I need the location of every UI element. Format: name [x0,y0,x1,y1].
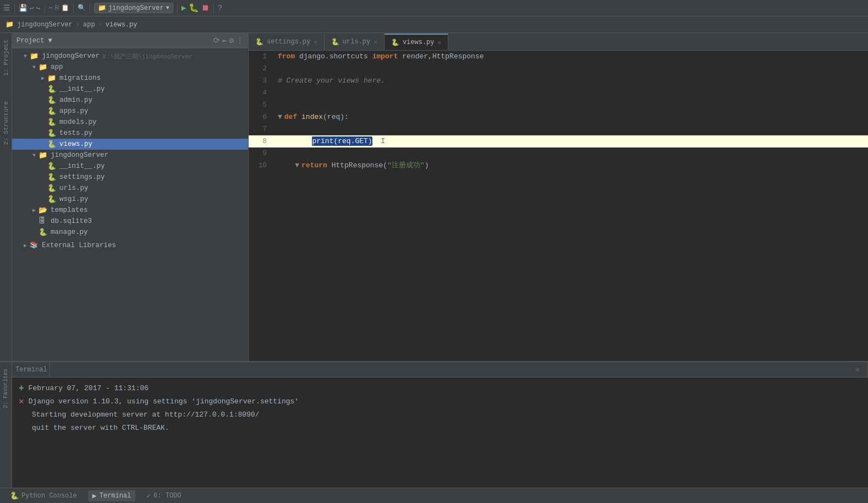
app-arrow[interactable]: ▼ [30,64,39,70]
tree-apps-py[interactable]: 🐍 apps.py [12,106,248,117]
root-arrow[interactable]: ▼ [21,53,30,59]
menu-icon[interactable]: ☰ [3,3,10,13]
line-3: 3 # Create your views here. [249,75,868,87]
status-tab-todo[interactable]: ✓ 6: TODO [142,490,185,501]
tree-views-py[interactable]: 🐍 views.py [12,139,248,150]
top-toolbar: ☰ 💾 ↩ ↪ ✂ ⎘ 📋 🔍 📁 jingdongServer ▼ ▶ 🐛 ⏹… [0,0,868,17]
sidebar-tab-structure[interactable]: 2: Structure [2,97,10,149]
tree-urls-py[interactable]: 🐍 urls.py [12,183,248,194]
line-8: 8 print(req.GET) I [249,135,868,147]
line-10: 10 ▼return HttpResponse("注册成功") [249,160,868,172]
line-num-7: 7 [249,123,273,135]
line-num-6: 6 [249,111,273,123]
apps-label: apps.py [59,107,89,115]
line-code-8[interactable]: print(req.GET) I [273,135,868,147]
migrations-folder-icon: 📁 [47,74,57,83]
tree-init-py[interactable]: 🐍 __init__.py [12,84,248,95]
init-icon: 🐍 [47,85,57,94]
expand-icon[interactable]: ⋮ [236,36,244,45]
models-label: models.py [59,118,97,126]
copy-icon[interactable]: ⎘ [55,4,59,12]
undo-icon[interactable]: ↩ [30,4,34,13]
paste-icon[interactable]: 📋 [61,4,69,12]
bottom-close-btn[interactable]: ✕ [848,362,868,378]
settings-label: settings.py [59,173,105,181]
views-tab-close[interactable]: ✕ [438,39,442,46]
favorites-tab[interactable]: 2: Favorites [2,364,10,413]
code-content[interactable]: 1 from django.shortcuts import render,Ht… [249,51,868,361]
todo-label: 6: TODO [153,492,181,500]
terminal-content[interactable]: + February 07, 2017 - 11:31:06 ✕ Django … [12,378,868,488]
line-7: 7 [249,123,868,135]
redo-icon[interactable]: ↪ [36,4,41,13]
tree-db-sqlite3[interactable]: 🗄 db.sqlite3 [12,216,248,227]
project-combo[interactable]: 📁 jingdongServer ▼ [94,3,173,13]
jdserver-arrow[interactable]: ▼ [30,152,39,158]
line-code-6[interactable]: ▼def index(req): [273,111,868,123]
stop-icon[interactable]: ⏹ [201,3,210,13]
breadcrumb-project[interactable]: 📁 [6,20,14,29]
line-code-7[interactable] [273,123,868,135]
combo-label: jingdongServer [108,4,164,12]
collapse-icon[interactable]: ⇤ [222,36,227,45]
search-icon[interactable]: 🔍 [78,4,86,12]
breadcrumb-file[interactable]: views.py [106,21,138,29]
save-icon[interactable]: 💾 [19,4,28,13]
line-code-5[interactable] [273,99,868,111]
terminal-label: Terminal [100,492,131,500]
tree-jd-init-py[interactable]: 🐍 __init__.py [12,161,248,172]
tree-manage-py[interactable]: 🐍 manage.py [12,227,248,238]
tree-settings-py[interactable]: 🐍 settings.py [12,172,248,183]
debug-icon[interactable]: 🐛 [189,3,199,13]
cut-icon[interactable]: ✂ [49,4,53,12]
line-num-2: 2 [249,63,273,75]
line-code-2[interactable] [273,63,868,75]
tree-models-py[interactable]: 🐍 models.py [12,117,248,128]
settings-tab-close[interactable]: ✕ [314,39,317,46]
migrations-arrow[interactable]: ▶ [39,75,47,81]
status-tab-python-console[interactable]: 🐍 Python Console [6,490,81,501]
sidebar-tab-project[interactable]: 1: Project [2,35,10,80]
manage-label: manage.py [51,228,88,236]
plus-icon-1: + [19,382,24,395]
settings-icon[interactable]: ⚙ [229,36,234,45]
terminal-text-1: February 07, 2017 - 11:31:06 [29,382,149,395]
line-code-10[interactable]: ▼return HttpResponse("注册成功") [273,160,868,172]
tree-tests-py[interactable]: 🐍 tests.py [12,128,248,139]
tree-root[interactable]: ▼ 📁 jingdongServer E:\脱产三期\jingdongServe… [12,51,248,62]
tree-external-libs[interactable]: ▶ 📚 External Libraries [12,240,248,251]
tree-migrations[interactable]: ▶ 📁 migrations [12,73,248,84]
status-tab-terminal[interactable]: ▶ Terminal [88,490,135,501]
tests-icon: 🐍 [47,129,57,138]
settings-tab-icon: 🐍 [255,38,263,46]
templates-label: templates [51,206,88,214]
bottom-tab-bar: Terminal ✕ [12,362,868,378]
root-folder-icon: 📁 [30,52,40,61]
line-num-5: 5 [249,99,273,111]
panel-header-icons: ⟳ ⇤ ⚙ ⋮ [213,36,244,45]
line-code-1[interactable]: from django.shortcuts import render,Http… [273,51,868,63]
sync-icon[interactable]: ⟳ [213,36,220,45]
breadcrumb-sep-1: › [76,21,80,29]
terminal-text-3: Starting development server at http://12… [32,408,259,422]
line-code-9[interactable] [273,147,868,160]
breadcrumb-project-name[interactable]: jingdongServer [17,21,73,29]
line-code-4[interactable] [273,87,868,99]
tree-admin-py[interactable]: 🐍 admin.py [12,95,248,106]
urls-tab-close[interactable]: ✕ [373,39,377,46]
views-label: views.py [59,140,92,148]
tab-views[interactable]: 🐍 views.py ✕ [384,34,448,50]
x-icon-1: ✕ [19,395,24,408]
breadcrumb-app[interactable]: app [83,21,95,29]
line-num-1: 1 [249,51,273,63]
run-icon[interactable]: ▶ [182,3,186,13]
tab-settings[interactable]: 🐍 settings.py ✕ [249,34,325,50]
tab-urls[interactable]: 🐍 urls.py ✕ [325,34,384,50]
help-icon[interactable]: ? [218,4,222,13]
tree-jdserver-folder[interactable]: ▼ 📁 jingdongServer [12,150,248,161]
line-code-3[interactable]: # Create your views here. [273,75,868,87]
tree-app-folder[interactable]: ▼ 📁 app [12,62,248,73]
tree-wsgi-py[interactable]: 🐍 wsgi.py [12,194,248,205]
tree-templates[interactable]: ▶ 📂 templates [12,205,248,216]
urls-label: urls.py [59,184,89,192]
